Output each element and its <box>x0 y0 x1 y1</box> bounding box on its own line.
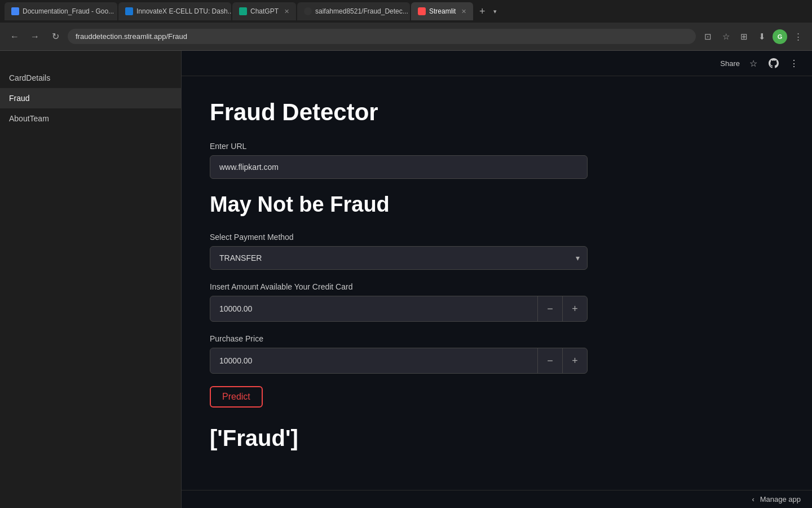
tab-chatgpt[interactable]: ChatGPT ✕ <box>232 2 296 20</box>
tab-label-3: ChatGPT <box>250 7 279 15</box>
url-input[interactable] <box>210 155 588 179</box>
tab-innovatex[interactable]: InnovateX E-CELL DTU: Dash... ✕ <box>118 2 231 20</box>
browser-chrome: Documentation_Fraud - Goo... ✕ InnovateX… <box>0 0 812 51</box>
address-actions: ⊡ ☆ ⊞ ⬇ G ⋮ <box>700 29 805 44</box>
credit-card-label: Insert Amount Available Your Credit Card <box>210 282 784 291</box>
bottom-bar: ‹ Manage app <box>182 490 812 508</box>
tab-favicon-5 <box>418 7 426 15</box>
content-body: Fraud Detector Enter URL May Not be Frau… <box>182 76 812 474</box>
payment-method-select[interactable]: TRANSFER PAYMENT CASH_OUT DEBIT <box>210 246 588 270</box>
purchase-price-input[interactable] <box>210 349 537 372</box>
manage-app-button[interactable]: Manage app <box>760 495 801 503</box>
purchase-price-input-wrapper: − + <box>210 348 588 374</box>
credit-card-input-wrapper: − + <box>210 296 588 322</box>
purchase-price-label: Purchase Price <box>210 334 784 343</box>
collapse-button[interactable]: ‹ <box>752 495 754 503</box>
address-bar-row: ← → ↻ ⊡ ☆ ⊞ ⬇ G ⋮ <box>0 23 812 51</box>
tab-streamlit[interactable]: Streamlit ✕ <box>411 2 473 20</box>
tab-github[interactable]: saifahmed8521/Fraud_Detec... ✕ <box>297 2 410 20</box>
menu-icon[interactable]: ⋮ <box>791 29 805 44</box>
bookmark-icon[interactable]: ☆ <box>718 29 733 44</box>
predict-button[interactable]: Predict <box>210 386 263 408</box>
share-button[interactable]: Share <box>720 59 740 68</box>
address-input[interactable] <box>68 29 696 44</box>
purchase-price-increment-button[interactable]: + <box>562 348 587 373</box>
tab-close-5[interactable]: ✕ <box>461 8 466 15</box>
url-label: Enter URL <box>210 142 784 151</box>
page-title: Fraud Detector <box>210 99 784 126</box>
payment-method-label: Select Payment Method <box>210 233 784 242</box>
tab-overflow-button[interactable]: ▾ <box>493 8 497 15</box>
purchase-price-decrement-button[interactable]: − <box>537 348 562 373</box>
tab-documentation[interactable]: Documentation_Fraud - Goo... ✕ <box>5 2 117 20</box>
chevron-left-icon: ‹ <box>752 495 754 503</box>
credit-card-decrement-button[interactable]: − <box>537 296 562 321</box>
menu-header-icon[interactable]: ⋮ <box>787 56 801 70</box>
github-header-icon[interactable] <box>767 56 780 70</box>
prediction-result: ['Fraud'] <box>210 426 784 451</box>
tab-favicon-2 <box>125 7 133 15</box>
header-bar: Share ☆ ⋮ <box>182 51 812 76</box>
tab-favicon-1 <box>11 7 19 15</box>
tab-bar: Documentation_Fraud - Goo... ✕ InnovateX… <box>0 0 812 23</box>
payment-method-wrapper: TRANSFER PAYMENT CASH_OUT DEBIT ▾ <box>210 246 588 270</box>
sidebar-item-aboutteam[interactable]: AboutTeam <box>0 108 181 129</box>
sidebar: CardDetails Fraud AboutTeam <box>0 51 182 508</box>
tab-label-4: saifahmed8521/Fraud_Detec... <box>315 7 408 15</box>
tab-favicon-4 <box>304 7 312 15</box>
tab-label-5: Streamlit <box>429 7 456 15</box>
app-container: CardDetails Fraud AboutTeam Share ☆ ⋮ Fr… <box>0 51 812 508</box>
main-content: Share ☆ ⋮ Fraud Detector Enter URL May N… <box>182 51 812 508</box>
result-heading: May Not be Fraud <box>210 192 784 217</box>
back-button[interactable]: ← <box>7 29 23 45</box>
profile-avatar[interactable]: G <box>773 29 787 44</box>
tab-close-3[interactable]: ✕ <box>284 8 289 15</box>
download-icon[interactable]: ⬇ <box>754 29 769 44</box>
bookmark-header-icon[interactable]: ☆ <box>747 56 760 70</box>
tab-label-2: InnovateX E-CELL DTU: Dash... <box>136 7 231 15</box>
tab-label-1: Documentation_Fraud - Goo... <box>23 7 114 15</box>
extensions-icon[interactable]: ⊞ <box>736 29 751 44</box>
new-tab-button[interactable]: + <box>474 3 490 19</box>
credit-card-input[interactable] <box>210 297 537 320</box>
credit-card-increment-button[interactable]: + <box>562 296 587 321</box>
sidebar-item-carddetails[interactable]: CardDetails <box>0 68 181 88</box>
cast-icon[interactable]: ⊡ <box>700 29 715 44</box>
tab-favicon-3 <box>239 7 247 15</box>
sidebar-item-fraud[interactable]: Fraud <box>0 88 181 108</box>
forward-button[interactable]: → <box>27 29 43 45</box>
reload-button[interactable]: ↻ <box>47 29 63 45</box>
